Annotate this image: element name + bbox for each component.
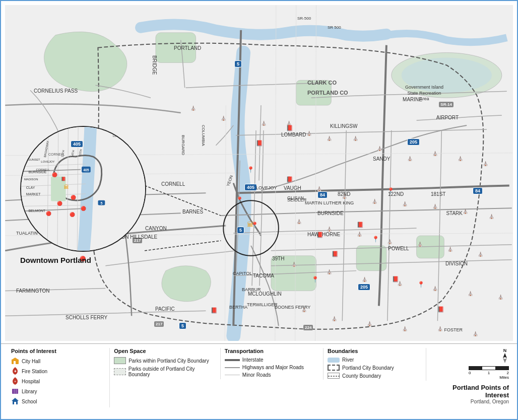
park-in-swatch [114, 357, 126, 364]
school-poi-7: ⛪ [353, 136, 358, 141]
svg-text:405: 405 [83, 168, 89, 172]
map-area: 5 5 5 205 205 84 84 405 217 217 224 SR-1… [5, 5, 513, 341]
library-poi-1: 📕 [256, 140, 263, 147]
school-poi-37: ⛪ [367, 321, 372, 326]
122nd-label: 122ND [388, 191, 404, 197]
school-poi-23: ⛪ [357, 232, 362, 237]
svg-line-16 [145, 241, 221, 251]
svg-text:SUNSET: SUNSET [28, 158, 40, 161]
interstate-205-south-shield: 205 [358, 284, 370, 291]
city-hall-poi-main: 🏛 [247, 221, 253, 228]
svg-line-14 [225, 105, 226, 341]
school-poi-36: ⛪ [332, 316, 337, 321]
school-poi-4: ⛪ [286, 121, 292, 126]
svg-text:BELMONT: BELMONT [29, 209, 46, 213]
school-poi-14: ⛪ [316, 186, 322, 191]
city-boundary-swatch [328, 365, 340, 371]
legend-open-space-section: Open Space Parks within Portland City Bo… [110, 348, 221, 379]
airport-label: AIRPORT [436, 115, 459, 120]
interstate-84-east-shield: 84 [473, 187, 483, 194]
library-legend-icon [11, 387, 19, 395]
hospital-poi-3: 📍 [247, 166, 254, 173]
school-poi-40: ⛪ [473, 331, 478, 336]
legend-interstate: Interstate [225, 357, 319, 363]
fire-station-legend-icon: ✦ [11, 367, 19, 375]
burgard-label: BURGARD [181, 135, 185, 155]
scale-labels: 0 1 2 [469, 371, 509, 375]
scale-unit: Miles [469, 375, 509, 380]
legend-library: Library [11, 387, 105, 395]
school-poi-27: ⛪ [478, 252, 483, 257]
school-poi-31: ⛪ [397, 281, 403, 286]
hospital-poi-5: 📍 [372, 236, 379, 243]
school-poi-6: ⛪ [327, 136, 332, 141]
school-poi-5: ⛪ [306, 131, 312, 136]
lombard-label: LOMBARD [281, 132, 306, 137]
svg-text:CLAY: CLAY [26, 186, 35, 189]
legend-river: River [328, 357, 422, 363]
svg-point-1 [402, 58, 492, 93]
cornelius-pass-label: CORNELIUS PASS [34, 88, 78, 94]
school-poi-32: ⛪ [432, 286, 438, 291]
i405-inset-shield: 405 [71, 141, 83, 148]
svg-point-17 [223, 200, 279, 256]
clark-co-label: CLARK CO [307, 80, 337, 86]
school-poi-20: ⛪ [489, 214, 494, 219]
library-poi-7: 📕 [392, 276, 399, 283]
legend-city-boundary: Portland City Boundary [328, 365, 422, 371]
school-poi-12: ⛪ [483, 161, 488, 166]
school-poi-38: ⛪ [402, 326, 408, 331]
hospital-poi-2: 📍 [251, 222, 258, 229]
marine-label: MARINE [403, 97, 422, 102]
map-title-main: Portland Points of Interest [430, 384, 509, 399]
legend-park-in: Parks within Portland City Boundary [114, 357, 216, 364]
scale-seg3 [496, 366, 509, 370]
svg-text:CORNELL: CORNELL [36, 168, 51, 171]
library-poi-4: 📕 [357, 222, 364, 228]
legend-transportation-section: Transportation Interstate Highways and M… [221, 348, 323, 380]
map-background: 5 5 5 205 205 84 84 405 217 217 224 SR-1… [5, 5, 513, 341]
legend-boundaries-title: Boundaries [328, 348, 422, 354]
school-poi-33: ⛪ [468, 291, 473, 296]
map-frame: 5 5 5 205 205 84 84 405 217 217 224 SR-1… [0, 0, 518, 420]
interstate-5-south-shield: 5 [179, 322, 186, 329]
legend-county-boundary: County Boundary [328, 373, 422, 379]
svg-text:🔴: 🔴 [81, 205, 87, 212]
svg-line-11 [275, 5, 276, 341]
school-poi-15: ⛪ [342, 194, 347, 199]
tacoma-label: TACOMA [253, 273, 274, 278]
hospital-legend-icon: + [11, 377, 19, 385]
school-poi-11: ⛪ [458, 156, 463, 161]
school-poi-21: ⛪ [296, 219, 302, 224]
capitol-label: CAPITOL [233, 271, 252, 276]
scholls-label: SCHOLLS FERRY [66, 315, 107, 320]
city-hall-legend-icon [11, 357, 19, 365]
school-poi-25: ⛪ [417, 242, 423, 247]
sr500-label: SR-500 [297, 16, 311, 21]
school-poi-8: ⛪ [377, 146, 382, 151]
scale-label-0: 0 [469, 371, 471, 375]
school-poi-2: ⛪ [221, 116, 226, 121]
svg-text:🔴: 🔴 [70, 212, 76, 218]
glisan-label: GLISAN [287, 195, 304, 200]
library-poi-8: 📕 [437, 306, 444, 313]
svg-marker-67 [503, 358, 507, 363]
svg-text:🔴: 🔴 [46, 211, 52, 217]
school-legend-icon [11, 397, 19, 405]
downtown-label: Downtown Portland [20, 256, 91, 264]
hawthorne-label: HAWTHORNE [307, 232, 340, 237]
svg-line-22 [21, 205, 86, 206]
school-poi-16: ⛪ [372, 199, 377, 204]
legend-scale-section: N 0 1 2 Miles [426, 348, 511, 404]
svg-rect-5 [296, 80, 332, 105]
columbia-label: COLUMBIA [201, 125, 206, 146]
svg-text:📕: 📕 [61, 176, 66, 181]
svg-rect-6 [356, 246, 386, 271]
svg-rect-2 [271, 256, 316, 291]
legend-transportation-title: Transportation [225, 348, 319, 354]
vaughn-label: VAUGH [284, 185, 301, 191]
school-poi-22: ⛪ [327, 227, 332, 232]
svg-line-15 [145, 185, 221, 216]
school-poi-9: ⛪ [407, 156, 413, 161]
map-title-block: Portland Points of Interest Portland, Or… [430, 384, 509, 404]
